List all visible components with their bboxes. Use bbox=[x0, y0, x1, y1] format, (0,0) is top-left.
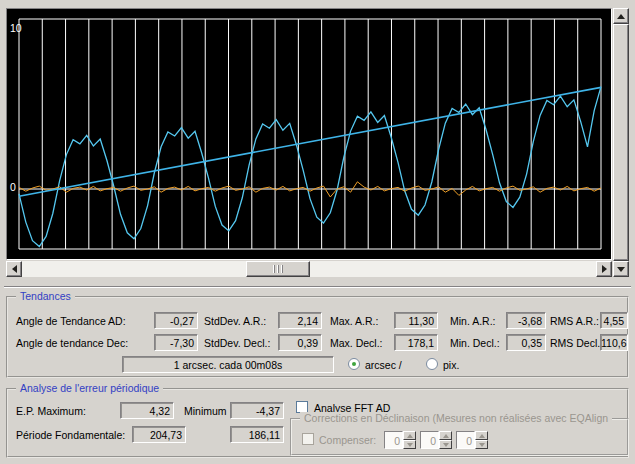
panel-separator bbox=[4, 286, 631, 288]
ep-maximum-label: E.P. Maximum: bbox=[16, 405, 86, 417]
periode-fondamentale-field-1: 204,73 bbox=[132, 426, 186, 443]
radio-arcsec[interactable] bbox=[348, 358, 360, 370]
stddev-dec-field: 0,39 bbox=[278, 334, 322, 351]
ra-trend-line bbox=[19, 87, 601, 196]
spin-up-icon bbox=[475, 431, 488, 440]
stddev-dec-label: StdDev. Decl.: bbox=[204, 337, 270, 349]
rms-ar-label: RMS A.R.: bbox=[550, 315, 599, 327]
periode-fondamentale-value-1: 204,73 bbox=[133, 427, 185, 441]
scale-info-field: 1 arcsec. cada 00m08s bbox=[122, 356, 334, 373]
rms-dec-value: 110,6 bbox=[601, 335, 627, 349]
min-dec-label: Min. Decl.: bbox=[450, 337, 500, 349]
eqalign-periodic-error-panel: 10 0 Tendances Angle de Tendance AD: -0,… bbox=[0, 0, 635, 464]
minimum-field: -4,37 bbox=[230, 402, 284, 419]
rms-dec-label: RMS Decl.: bbox=[550, 337, 603, 349]
down-arrow-icon bbox=[617, 267, 625, 272]
corrections-groupbox: Corrections en Déclinaison (Mesures non … bbox=[290, 418, 629, 456]
spinner-3-buttons bbox=[475, 431, 488, 449]
analyse-title: Analyse de l'erreur périodique bbox=[16, 382, 163, 394]
rms-dec-field: 110,6 bbox=[600, 334, 628, 351]
scale-info-value: 1 arcsec. cada 00m08s bbox=[123, 357, 333, 371]
compenser-spinner-2: 0 bbox=[420, 431, 452, 449]
compenser-spinner-3: 0 bbox=[456, 431, 488, 449]
radio-pix-label[interactable]: pix. bbox=[443, 359, 459, 371]
ra-periodic-error-line bbox=[19, 87, 601, 247]
angle-tendance-ad-label: Angle de Tendance AD: bbox=[16, 315, 126, 327]
minimum-value: -4,37 bbox=[231, 403, 283, 417]
stddev-ar-value: 2,14 bbox=[279, 313, 321, 327]
max-ar-field: 11,30 bbox=[394, 312, 438, 329]
scroll-down-button[interactable] bbox=[613, 261, 629, 277]
tendances-groupbox: Tendances Angle de Tendance AD: -0,27 St… bbox=[6, 296, 629, 378]
spinner-2-value: 0 bbox=[420, 431, 439, 449]
max-dec-field: 178,1 bbox=[394, 334, 438, 351]
tendances-title: Tendances bbox=[16, 290, 75, 302]
scroll-right-button[interactable] bbox=[596, 261, 612, 277]
spin-up-icon bbox=[439, 431, 452, 440]
angle-tendance-ad-field: -0,27 bbox=[154, 312, 198, 329]
angle-tendance-dec-field: -7,30 bbox=[154, 334, 198, 351]
max-dec-value: 178,1 bbox=[395, 335, 437, 349]
stddev-ar-field: 2,14 bbox=[278, 312, 322, 329]
stddev-ar-label: StdDev. A.R.: bbox=[204, 315, 266, 327]
min-dec-field: 0,35 bbox=[506, 334, 546, 351]
ep-maximum-value: 4,32 bbox=[121, 403, 173, 417]
periode-fondamentale-value-2: 186,11 bbox=[231, 427, 283, 441]
periode-fondamentale-field-2: 186,11 bbox=[230, 426, 284, 443]
radio-arcsec-label[interactable]: arcsec / bbox=[365, 359, 402, 371]
y-axis-label-10: 10 bbox=[10, 23, 22, 34]
min-ar-label: Min. A.R.: bbox=[450, 315, 496, 327]
min-dec-value: 0,35 bbox=[507, 335, 545, 349]
spinner-3-value: 0 bbox=[456, 431, 475, 449]
spinner-1-buttons bbox=[403, 431, 416, 449]
ep-maximum-field: 4,32 bbox=[120, 402, 174, 419]
compenser-label: Compenser: bbox=[319, 434, 376, 446]
max-ar-value: 11,30 bbox=[395, 313, 437, 327]
scroll-up-button[interactable] bbox=[613, 8, 629, 24]
spin-down-icon bbox=[475, 440, 488, 449]
pe-chart-plot bbox=[7, 9, 611, 259]
max-dec-label: Max. Decl.: bbox=[330, 337, 383, 349]
chart-vertical-scrollbar bbox=[613, 8, 629, 277]
corrections-title: Corrections en Déclinaison (Mesures non … bbox=[300, 412, 612, 424]
analyse-groupbox: Analyse de l'erreur périodique E.P. Maxi… bbox=[6, 388, 629, 458]
stddev-dec-value: 0,39 bbox=[279, 335, 321, 349]
spinner-2-buttons bbox=[439, 431, 452, 449]
y-axis-label-0: 0 bbox=[10, 182, 16, 193]
angle-tendance-ad-value: -0,27 bbox=[155, 313, 197, 327]
min-ar-field: -3,68 bbox=[506, 312, 546, 329]
spinner-1-value: 0 bbox=[384, 431, 403, 449]
minimum-label: Minimum bbox=[184, 405, 227, 417]
right-arrow-icon bbox=[602, 265, 607, 273]
scroll-grip-icon bbox=[273, 265, 284, 273]
spin-up-icon bbox=[403, 431, 416, 440]
angle-tendance-dec-value: -7,30 bbox=[155, 335, 197, 349]
rms-ar-value: 4,55 bbox=[601, 313, 627, 327]
min-ar-value: -3,68 bbox=[507, 313, 545, 327]
scroll-left-button[interactable] bbox=[6, 261, 22, 277]
compenser-checkbox bbox=[302, 433, 314, 445]
chart-horizontal-scrollbar bbox=[6, 261, 612, 277]
up-arrow-icon bbox=[617, 14, 625, 19]
radio-pix[interactable] bbox=[426, 358, 438, 370]
horizontal-scroll-thumb[interactable] bbox=[246, 261, 310, 277]
periode-fondamentale-label: Période Fondamentale: bbox=[16, 429, 125, 441]
angle-tendance-dec-label: Angle de tendance Dec: bbox=[16, 337, 128, 349]
spin-down-icon bbox=[439, 440, 452, 449]
pe-chart: 10 0 bbox=[6, 8, 612, 260]
left-arrow-icon bbox=[12, 265, 17, 273]
compenser-spinner-1: 0 bbox=[384, 431, 416, 449]
vertical-scroll-thumb[interactable] bbox=[613, 24, 629, 261]
rms-ar-field: 4,55 bbox=[600, 312, 628, 329]
max-ar-label: Max. A.R.: bbox=[330, 315, 378, 327]
spin-down-icon bbox=[403, 440, 416, 449]
